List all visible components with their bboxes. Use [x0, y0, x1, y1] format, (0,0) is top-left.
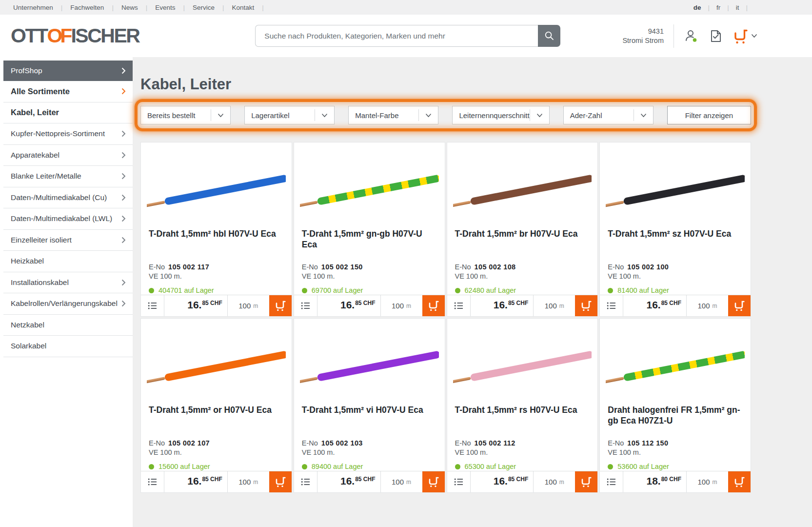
sidebar-item[interactable]: Daten-/Multimediakabel (Cu)	[3, 187, 133, 209]
product-image[interactable]	[300, 326, 439, 400]
add-to-list-button[interactable]	[600, 471, 623, 492]
sidebar-item[interactable]: Kabelrollen/Verlängerungskabel	[3, 293, 133, 315]
add-to-list-button[interactable]	[141, 295, 164, 316]
product-title[interactable]: T-Draht 1,5mm² or H07V-U Eca	[149, 405, 284, 427]
product-title[interactable]: Draht halogenfrei FR 1,5mm² gn-gb Eca H0…	[608, 405, 743, 427]
order-list-button[interactable]	[709, 29, 723, 43]
sidebar-item[interactable]: Installationskabel	[3, 272, 133, 294]
logo[interactable]: OTTOFISCHER	[11, 24, 139, 47]
sidebar-item[interactable]: Einzelleiter isoliert	[3, 230, 133, 251]
product-title[interactable]: T-Draht 1,5mm² rs H07V-U Eca	[455, 405, 590, 427]
product-card: T-Draht 1,5mm² gn-gb H07V-U Eca E-No105 …	[294, 142, 445, 317]
add-to-list-button[interactable]	[294, 471, 317, 492]
meta-nav-item[interactable]: Events	[155, 4, 193, 11]
divider	[673, 24, 674, 48]
product-price: 16.85 CHF	[623, 295, 686, 316]
meta-nav-item[interactable]: Unternehmen	[13, 4, 70, 11]
search-button[interactable]	[538, 25, 560, 47]
quantity-input[interactable]: 100m	[686, 471, 728, 492]
sidebar-item[interactable]: Kabel, Leiter	[3, 102, 133, 124]
sidebar-item[interactable]: Alle Sortimente	[3, 81, 133, 102]
sidebar-item[interactable]: Solarkabel	[3, 336, 133, 357]
show-filters-button[interactable]: Filter anzeigen	[667, 106, 751, 124]
filter-dropdown[interactable]: Bereits bestellt	[140, 106, 231, 124]
language-item[interactable]: fr	[716, 4, 736, 11]
chevron-down-icon	[634, 109, 653, 121]
add-to-cart-button[interactable]	[575, 471, 597, 492]
meta-nav-item[interactable]: Kontakt	[232, 4, 272, 11]
cart-icon	[733, 300, 745, 311]
sidebar-item[interactable]: Blanke Leiter/Metalle	[3, 166, 133, 187]
filter-dropdown[interactable]: Mantel-Farbe	[348, 106, 438, 124]
product-image[interactable]	[453, 326, 592, 400]
stock-status: 89400 auf Lager	[302, 463, 437, 470]
sidebar-item[interactable]: Heizkabel	[3, 251, 133, 272]
product-title[interactable]: T-Draht 1,5mm² br H07V-U Eca	[455, 228, 590, 251]
quantity-input[interactable]: 100m	[533, 295, 575, 316]
sidebar-item[interactable]: Kupfer-Nettopreis-Sortiment	[3, 123, 133, 145]
add-to-cart-button[interactable]	[575, 295, 597, 316]
product-image[interactable]	[606, 150, 745, 223]
cart-button[interactable]	[733, 28, 757, 44]
filter-dropdown[interactable]: Leiternennquerschnitt	[452, 106, 549, 124]
meta-nav-item[interactable]: News	[121, 4, 155, 11]
sidebar-item[interactable]: Apparatekabel	[3, 145, 133, 166]
quantity-input[interactable]: 100m	[380, 471, 422, 492]
product-grid: T-Draht 1,5mm² hbl H07V-U Eca E-No105 00…	[140, 142, 751, 493]
add-to-cart-button[interactable]	[422, 471, 445, 492]
product-card: T-Draht 1,5mm² or H07V-U Eca E-No105 002…	[140, 318, 292, 493]
product-meta: E-No105 002 117 VE 100 m.	[149, 263, 284, 280]
main-content: Kabel, Leiter Bereits bestellt Lagerarti…	[133, 57, 812, 527]
language-item[interactable]: it	[736, 4, 754, 11]
product-image[interactable]	[606, 326, 745, 400]
product-title[interactable]: T-Draht 1,5mm² hbl H07V-U Eca	[149, 228, 284, 251]
quantity-input[interactable]: 100m	[686, 295, 728, 316]
add-to-list-button[interactable]	[600, 295, 623, 316]
list-icon	[607, 302, 616, 310]
stock-status: 404701 auf Lager	[149, 286, 284, 294]
search-input[interactable]	[255, 25, 538, 47]
product-title[interactable]: T-Draht 1,5mm² gn-gb H07V-U Eca	[302, 228, 437, 251]
stock-status: 69700 auf Lager	[302, 286, 437, 294]
stock-text: 15600 auf Lager	[158, 463, 210, 470]
add-to-cart-button[interactable]	[728, 295, 751, 316]
add-to-cart-button[interactable]	[269, 295, 292, 316]
sidebar-item[interactable]: Daten-/Multimediakabel (LWL)	[3, 208, 133, 230]
product-title[interactable]: T-Draht 1,5mm² vi H07V-U Eca	[302, 405, 437, 427]
product-image[interactable]	[147, 326, 286, 400]
add-to-list-button[interactable]	[447, 471, 471, 492]
user-account-button[interactable]	[684, 29, 699, 43]
product-image[interactable]	[453, 150, 592, 223]
chevron-right-icon	[121, 130, 126, 137]
quantity-input[interactable]: 100m	[227, 295, 269, 316]
cart-icon	[428, 476, 439, 487]
quantity-input[interactable]: 100m	[380, 295, 422, 316]
packaging-unit: VE 100 m.	[608, 448, 743, 456]
account-info: 9431 Stromi Strom	[622, 27, 664, 44]
add-to-cart-button[interactable]	[728, 471, 751, 492]
filter-dropdown[interactable]: Lagerartikel	[244, 106, 335, 124]
language-switcher: defrit	[693, 4, 754, 11]
product-title[interactable]: T-Draht 1,5mm² sz H07V-U Eca	[608, 228, 743, 251]
add-to-list-button[interactable]	[294, 295, 317, 316]
chevron-right-icon	[121, 237, 126, 243]
cart-icon	[275, 476, 286, 487]
quantity-input[interactable]: 100m	[533, 471, 575, 492]
chevron-down-icon	[418, 109, 438, 121]
meta-nav-item[interactable]: Fachwelten	[70, 4, 121, 11]
sidebar-item-profshop[interactable]: ProfShop	[3, 61, 133, 81]
quantity-input[interactable]: 100m	[227, 471, 269, 492]
language-item[interactable]: de	[693, 4, 716, 11]
filter-dropdown[interactable]: Ader-Zahl	[563, 106, 654, 124]
add-to-cart-button[interactable]	[422, 295, 445, 316]
stock-text: 53600 auf Lager	[617, 463, 669, 470]
chevron-right-icon	[121, 67, 126, 74]
add-to-cart-button[interactable]	[269, 471, 292, 492]
product-image[interactable]	[147, 150, 286, 223]
sidebar-item[interactable]: Netzkabel	[3, 315, 133, 336]
add-to-list-button[interactable]	[447, 295, 471, 316]
wire-graphic	[606, 350, 745, 385]
meta-nav-item[interactable]: Service	[193, 4, 232, 11]
product-image[interactable]	[300, 150, 439, 223]
add-to-list-button[interactable]	[141, 471, 164, 492]
